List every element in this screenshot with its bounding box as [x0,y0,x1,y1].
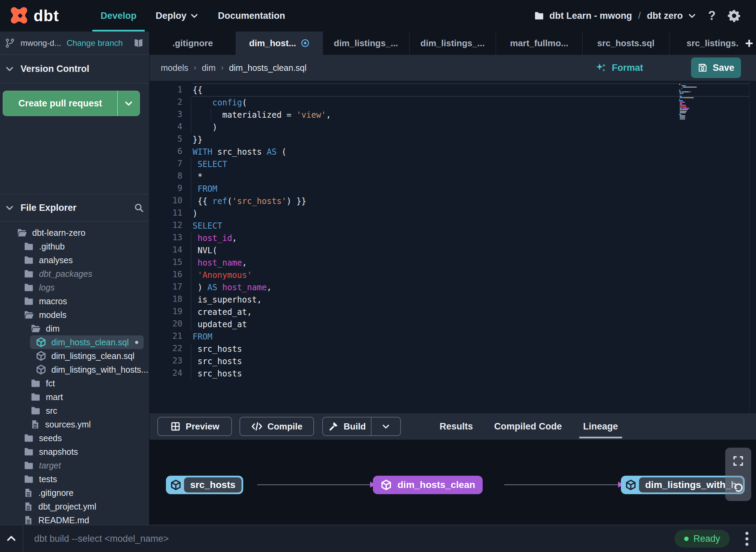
code-line-6[interactable]: WITH src_hosts AS ( [193,146,749,158]
code-line-4[interactable]: ) [193,121,749,133]
change-branch-link[interactable]: Change branch [67,38,123,48]
tree-item-analyses[interactable]: analyses [0,253,149,267]
tree-item-dbt-packages[interactable]: dbt_packages [0,267,149,281]
tree-item-macros[interactable]: macros [0,294,149,308]
tree-item-dim[interactable]: dim [0,322,149,335]
nav-item-deploy[interactable]: Deploy [147,0,207,31]
lineage-node-label: dim_hosts_clean [397,479,475,490]
format-label: Format [612,63,643,73]
code-line-13[interactable]: host_id, [193,232,749,244]
tree-item-src[interactable]: src [0,404,149,418]
tree-item-seeds[interactable]: seeds [0,431,149,445]
code-line-7[interactable]: SELECT [193,158,749,170]
tab-dim-host[interactable]: dim_host... [236,31,323,55]
tree-item-gitignore[interactable]: .gitignore [0,486,149,500]
help-button[interactable]: ? [705,9,718,23]
preview-button[interactable]: Preview [157,417,232,436]
panel-tab-lineage[interactable]: Lineage [583,413,618,440]
nav-item-develop[interactable]: Develop [92,0,145,31]
save-button[interactable]: Save [691,57,741,78]
compile-button[interactable]: Compile [239,417,314,436]
code-line-9[interactable]: FROM [193,183,749,195]
tree-item-github[interactable]: .github [0,240,149,253]
tab-mart-fullmo[interactable]: mart_fullmo... [496,31,583,55]
tree-item-fct[interactable]: fct [0,376,149,390]
code-line-21[interactable]: FROM [193,331,749,343]
tree-item-dim-listings-clean-sql[interactable]: dim_listings_clean.sql [0,349,149,363]
model-cube-icon [36,350,47,361]
tree-item-dbt-learn-zero[interactable]: dbt-learn-zero [0,226,149,240]
tree-item-snapshots[interactable]: snapshots [0,445,149,459]
create-pull-request-button[interactable]: Create pull request [3,91,140,116]
tree-item-dbt-project-yml[interactable]: dbt_project.yml [0,500,149,513]
pr-dropdown-chevron[interactable] [118,99,140,108]
code-line-2[interactable]: config( [193,97,749,109]
nav-item-documentation[interactable]: Documentation [210,0,294,31]
folder-icon [534,10,545,21]
code-editor[interactable]: 123456789101112131415161718192021222324 … [149,81,756,413]
tree-item-sources-yml[interactable]: sources.yml [0,418,149,431]
code-line-23[interactable]: src_hosts [193,355,749,368]
tree-item-dim-listings-with-hosts[interactable]: dim_listings_with_hosts... [0,363,149,376]
minimap[interactable] [679,84,741,119]
model-cube-icon [36,364,47,375]
tree-item-readme-md[interactable]: README.md [0,513,149,525]
code-line-5[interactable]: }} [193,133,749,146]
project-selector[interactable]: dbt Learn - mwong / dbt zero [534,10,696,21]
command-input[interactable] [23,533,675,544]
code-token: src_hosts [212,147,267,157]
code-line-20[interactable]: updated_at [193,318,749,331]
code-line-3[interactable]: materialized = 'view', [193,109,749,121]
code-line-24[interactable]: src_hosts [193,368,749,380]
tree-item-mart[interactable]: mart [0,390,149,404]
code-line-11[interactable]: ) [193,207,749,220]
code-line-17[interactable]: ) AS host_name, [193,281,749,294]
code-token: ( [242,98,247,107]
build-button[interactable]: Build [322,417,401,436]
code-line-8[interactable]: * [193,170,749,183]
lineage-node-src-hosts[interactable]: src_hosts [166,476,243,494]
indent-guide [191,97,191,109]
breadcrumb-chevron: › [221,63,223,72]
version-control-header[interactable]: Version Control [0,55,149,83]
fullscreen-icon[interactable] [732,455,744,467]
lineage-node-dim-hosts-clean[interactable]: dim_hosts_clean [373,476,483,494]
tree-item-tests[interactable]: tests [0,472,149,486]
dbt-logo[interactable]: dbt [0,6,92,26]
tab-dim-listings[interactable]: dim_listings_... [323,31,409,55]
folder-icon [23,241,34,252]
code-line-1[interactable]: {{ [193,84,749,97]
search-icon[interactable] [133,202,144,213]
code-line-19[interactable]: created_at, [193,306,749,318]
settings-gear-button[interactable] [727,9,741,23]
code-line-16[interactable]: 'Anonymous' [193,269,749,281]
code-token: host_name [197,258,242,268]
panel-tab-compiled-code[interactable]: Compiled Code [494,413,562,440]
docs-book-icon[interactable] [133,37,144,49]
tree-item-target[interactable]: target [0,459,149,472]
panel-tab-results[interactable]: Results [440,413,473,440]
reset-view-icon[interactable] [732,481,745,494]
new-tab-button[interactable]: + [742,31,756,55]
build-dropdown-chevron[interactable] [376,418,395,435]
code-line-15[interactable]: host_name, [193,257,749,269]
tab-dim-listings[interactable]: dim_listings_... [409,31,496,55]
kebab-menu-icon[interactable] [738,532,756,546]
code-line-14[interactable]: NVL( [193,244,749,257]
chevron-up-icon[interactable] [0,533,23,544]
tree-item-models[interactable]: models [0,308,149,322]
minimap-segment [681,85,685,86]
code-line-22[interactable]: src_hosts [193,343,749,355]
tab-src-hosts-sql[interactable]: src_hosts.sql [583,31,669,55]
code-line-18[interactable]: is_superhost, [193,294,749,306]
preview-label: Preview [186,421,219,432]
code-area[interactable]: {{ config( materialized = 'view', )}}WIT… [193,84,749,380]
code-line-12[interactable]: SELECT [193,220,749,232]
tree-item-dim-hosts-clean-sql[interactable]: dim_hosts_clean.sql [30,335,144,349]
file-explorer-header[interactable]: File Explorer [0,194,149,221]
code-line-10[interactable]: {{ ref('src_hosts') }} [193,195,749,207]
tab-gitignore[interactable]: .gitignore [149,31,236,55]
format-button[interactable]: Format [595,62,643,74]
status-badge: Ready [675,530,730,548]
tree-item-logs[interactable]: logs [0,281,149,294]
